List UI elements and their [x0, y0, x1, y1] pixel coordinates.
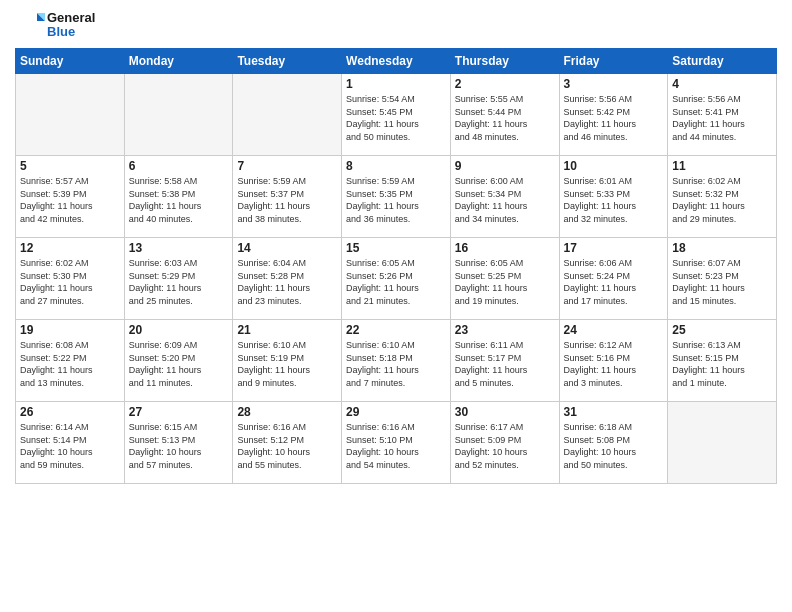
calendar-cell: 28Sunrise: 6:16 AM Sunset: 5:12 PM Dayli…: [233, 402, 342, 484]
day-info: Sunrise: 6:03 AM Sunset: 5:29 PM Dayligh…: [129, 257, 229, 307]
calendar-cell: 29Sunrise: 6:16 AM Sunset: 5:10 PM Dayli…: [342, 402, 451, 484]
calendar-cell: 21Sunrise: 6:10 AM Sunset: 5:19 PM Dayli…: [233, 320, 342, 402]
day-number: 9: [455, 159, 555, 173]
day-number: 12: [20, 241, 120, 255]
day-number: 18: [672, 241, 772, 255]
day-info: Sunrise: 6:14 AM Sunset: 5:14 PM Dayligh…: [20, 421, 120, 471]
day-number: 19: [20, 323, 120, 337]
calendar-cell: 23Sunrise: 6:11 AM Sunset: 5:17 PM Dayli…: [450, 320, 559, 402]
day-info: Sunrise: 6:07 AM Sunset: 5:23 PM Dayligh…: [672, 257, 772, 307]
day-number: 3: [564, 77, 664, 91]
calendar-cell: 13Sunrise: 6:03 AM Sunset: 5:29 PM Dayli…: [124, 238, 233, 320]
calendar-cell: 5Sunrise: 5:57 AM Sunset: 5:39 PM Daylig…: [16, 156, 125, 238]
day-number: 17: [564, 241, 664, 255]
calendar-cell: 25Sunrise: 6:13 AM Sunset: 5:15 PM Dayli…: [668, 320, 777, 402]
day-info: Sunrise: 6:06 AM Sunset: 5:24 PM Dayligh…: [564, 257, 664, 307]
weekday-header-sunday: Sunday: [16, 49, 125, 74]
calendar-cell: 20Sunrise: 6:09 AM Sunset: 5:20 PM Dayli…: [124, 320, 233, 402]
calendar-cell: [124, 74, 233, 156]
day-info: Sunrise: 5:56 AM Sunset: 5:41 PM Dayligh…: [672, 93, 772, 143]
day-number: 6: [129, 159, 229, 173]
day-info: Sunrise: 6:05 AM Sunset: 5:25 PM Dayligh…: [455, 257, 555, 307]
day-number: 25: [672, 323, 772, 337]
day-number: 30: [455, 405, 555, 419]
day-number: 16: [455, 241, 555, 255]
calendar-cell: 6Sunrise: 5:58 AM Sunset: 5:38 PM Daylig…: [124, 156, 233, 238]
calendar-cell: 4Sunrise: 5:56 AM Sunset: 5:41 PM Daylig…: [668, 74, 777, 156]
calendar-week-2: 5Sunrise: 5:57 AM Sunset: 5:39 PM Daylig…: [16, 156, 777, 238]
day-number: 8: [346, 159, 446, 173]
calendar-cell: 3Sunrise: 5:56 AM Sunset: 5:42 PM Daylig…: [559, 74, 668, 156]
day-number: 28: [237, 405, 337, 419]
weekday-header-wednesday: Wednesday: [342, 49, 451, 74]
day-number: 15: [346, 241, 446, 255]
weekday-header-saturday: Saturday: [668, 49, 777, 74]
calendar-week-4: 19Sunrise: 6:08 AM Sunset: 5:22 PM Dayli…: [16, 320, 777, 402]
day-number: 10: [564, 159, 664, 173]
day-number: 26: [20, 405, 120, 419]
calendar-cell: [233, 74, 342, 156]
calendar-cell: 15Sunrise: 6:05 AM Sunset: 5:26 PM Dayli…: [342, 238, 451, 320]
calendar-week-1: 1Sunrise: 5:54 AM Sunset: 5:45 PM Daylig…: [16, 74, 777, 156]
calendar-cell: 1Sunrise: 5:54 AM Sunset: 5:45 PM Daylig…: [342, 74, 451, 156]
calendar-cell: 12Sunrise: 6:02 AM Sunset: 5:30 PM Dayli…: [16, 238, 125, 320]
calendar-week-3: 12Sunrise: 6:02 AM Sunset: 5:30 PM Dayli…: [16, 238, 777, 320]
weekday-header-tuesday: Tuesday: [233, 49, 342, 74]
day-info: Sunrise: 5:59 AM Sunset: 5:35 PM Dayligh…: [346, 175, 446, 225]
day-info: Sunrise: 6:11 AM Sunset: 5:17 PM Dayligh…: [455, 339, 555, 389]
calendar-cell: 22Sunrise: 6:10 AM Sunset: 5:18 PM Dayli…: [342, 320, 451, 402]
day-info: Sunrise: 6:09 AM Sunset: 5:20 PM Dayligh…: [129, 339, 229, 389]
day-info: Sunrise: 5:59 AM Sunset: 5:37 PM Dayligh…: [237, 175, 337, 225]
calendar-cell: 31Sunrise: 6:18 AM Sunset: 5:08 PM Dayli…: [559, 402, 668, 484]
day-info: Sunrise: 6:15 AM Sunset: 5:13 PM Dayligh…: [129, 421, 229, 471]
day-info: Sunrise: 6:01 AM Sunset: 5:33 PM Dayligh…: [564, 175, 664, 225]
calendar-cell: 17Sunrise: 6:06 AM Sunset: 5:24 PM Dayli…: [559, 238, 668, 320]
calendar-cell: 11Sunrise: 6:02 AM Sunset: 5:32 PM Dayli…: [668, 156, 777, 238]
day-number: 31: [564, 405, 664, 419]
calendar-cell: [16, 74, 125, 156]
day-number: 7: [237, 159, 337, 173]
day-number: 29: [346, 405, 446, 419]
day-info: Sunrise: 5:57 AM Sunset: 5:39 PM Dayligh…: [20, 175, 120, 225]
day-info: Sunrise: 6:12 AM Sunset: 5:16 PM Dayligh…: [564, 339, 664, 389]
day-number: 21: [237, 323, 337, 337]
day-number: 20: [129, 323, 229, 337]
day-info: Sunrise: 6:00 AM Sunset: 5:34 PM Dayligh…: [455, 175, 555, 225]
logo-blue: Blue: [47, 25, 95, 39]
day-info: Sunrise: 6:13 AM Sunset: 5:15 PM Dayligh…: [672, 339, 772, 389]
calendar-cell: 9Sunrise: 6:00 AM Sunset: 5:34 PM Daylig…: [450, 156, 559, 238]
calendar-cell: 16Sunrise: 6:05 AM Sunset: 5:25 PM Dayli…: [450, 238, 559, 320]
calendar-cell: 19Sunrise: 6:08 AM Sunset: 5:22 PM Dayli…: [16, 320, 125, 402]
logo-svg: [15, 10, 45, 40]
logo: General Blue: [15, 10, 95, 40]
main-container: General Blue SundayMondayTuesdayWednesda…: [0, 0, 792, 612]
day-info: Sunrise: 6:05 AM Sunset: 5:26 PM Dayligh…: [346, 257, 446, 307]
weekday-header-monday: Monday: [124, 49, 233, 74]
calendar-cell: 24Sunrise: 6:12 AM Sunset: 5:16 PM Dayli…: [559, 320, 668, 402]
weekday-header-thursday: Thursday: [450, 49, 559, 74]
calendar-cell: 14Sunrise: 6:04 AM Sunset: 5:28 PM Dayli…: [233, 238, 342, 320]
day-number: 14: [237, 241, 337, 255]
calendar-cell: 10Sunrise: 6:01 AM Sunset: 5:33 PM Dayli…: [559, 156, 668, 238]
day-info: Sunrise: 5:55 AM Sunset: 5:44 PM Dayligh…: [455, 93, 555, 143]
calendar-cell: 7Sunrise: 5:59 AM Sunset: 5:37 PM Daylig…: [233, 156, 342, 238]
day-number: 2: [455, 77, 555, 91]
day-info: Sunrise: 5:54 AM Sunset: 5:45 PM Dayligh…: [346, 93, 446, 143]
logo-general: General: [47, 11, 95, 25]
day-info: Sunrise: 5:58 AM Sunset: 5:38 PM Dayligh…: [129, 175, 229, 225]
day-number: 23: [455, 323, 555, 337]
weekday-header-row: SundayMondayTuesdayWednesdayThursdayFrid…: [16, 49, 777, 74]
day-info: Sunrise: 6:10 AM Sunset: 5:18 PM Dayligh…: [346, 339, 446, 389]
day-number: 27: [129, 405, 229, 419]
day-number: 5: [20, 159, 120, 173]
calendar-cell: 26Sunrise: 6:14 AM Sunset: 5:14 PM Dayli…: [16, 402, 125, 484]
day-info: Sunrise: 6:10 AM Sunset: 5:19 PM Dayligh…: [237, 339, 337, 389]
weekday-header-friday: Friday: [559, 49, 668, 74]
day-info: Sunrise: 6:16 AM Sunset: 5:10 PM Dayligh…: [346, 421, 446, 471]
day-info: Sunrise: 6:08 AM Sunset: 5:22 PM Dayligh…: [20, 339, 120, 389]
calendar-cell: [668, 402, 777, 484]
day-number: 24: [564, 323, 664, 337]
day-info: Sunrise: 6:02 AM Sunset: 5:30 PM Dayligh…: [20, 257, 120, 307]
day-number: 11: [672, 159, 772, 173]
calendar-cell: 27Sunrise: 6:15 AM Sunset: 5:13 PM Dayli…: [124, 402, 233, 484]
